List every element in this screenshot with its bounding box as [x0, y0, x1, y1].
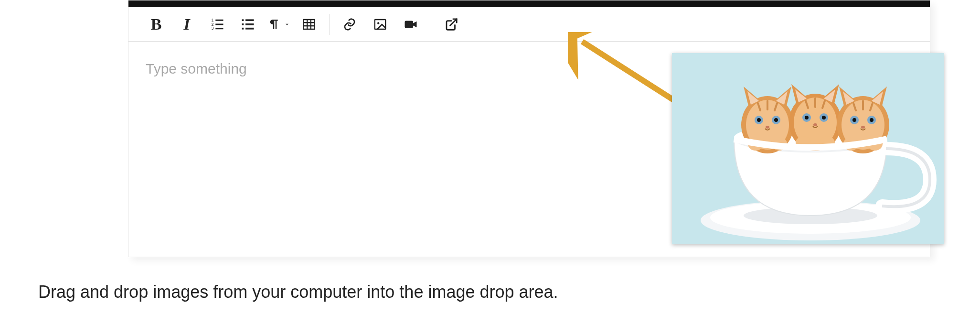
video-button[interactable] [395, 10, 426, 39]
bold-icon: B [151, 15, 162, 33]
instruction-caption: Drag and drop images from your computer … [38, 282, 558, 302]
svg-point-42 [813, 123, 817, 126]
dragged-image-preview[interactable] [672, 53, 944, 244]
svg-point-32 [774, 118, 778, 122]
external-link-icon [444, 17, 458, 32]
svg-rect-7 [242, 23, 244, 25]
chevron-down-icon [284, 21, 290, 28]
svg-point-31 [757, 118, 761, 122]
toolbar-separator [431, 14, 431, 35]
svg-point-18 [377, 22, 380, 24]
svg-point-51 [861, 126, 865, 129]
image-button[interactable] [365, 10, 395, 39]
italic-button[interactable]: I [171, 10, 202, 39]
table-button[interactable] [294, 10, 324, 39]
svg-rect-8 [242, 27, 244, 29]
table-icon [302, 17, 316, 32]
rich-text-editor: B I 1 2 3 [128, 0, 930, 257]
unordered-list-button[interactable] [233, 10, 263, 39]
svg-point-41 [822, 116, 826, 120]
pilcrow-icon [266, 17, 281, 32]
svg-rect-11 [245, 27, 254, 29]
svg-rect-9 [245, 19, 254, 21]
paragraph-format-button[interactable] [263, 10, 294, 39]
svg-rect-19 [405, 21, 414, 28]
svg-rect-12 [304, 20, 315, 29]
svg-point-50 [870, 118, 873, 122]
popout-button[interactable] [436, 10, 467, 39]
unordered-list-icon [241, 17, 255, 32]
editor-toolbar: B I 1 2 3 [128, 7, 930, 42]
video-icon [404, 17, 418, 32]
svg-rect-17 [375, 20, 386, 29]
italic-icon: I [183, 15, 190, 33]
svg-point-33 [766, 126, 769, 129]
ordered-list-button[interactable]: 1 2 3 [202, 10, 233, 39]
svg-text:3: 3 [212, 26, 214, 31]
svg-rect-6 [242, 19, 244, 21]
image-icon [373, 17, 387, 32]
svg-point-40 [805, 116, 809, 120]
ordered-list-icon: 1 2 3 [210, 17, 224, 32]
toolbar-separator [329, 14, 330, 35]
link-icon [342, 17, 357, 32]
svg-rect-10 [245, 23, 254, 25]
link-button[interactable] [334, 10, 365, 39]
svg-point-49 [852, 118, 856, 122]
bold-button[interactable]: B [141, 10, 171, 39]
window-titlebar-strip [128, 0, 930, 7]
